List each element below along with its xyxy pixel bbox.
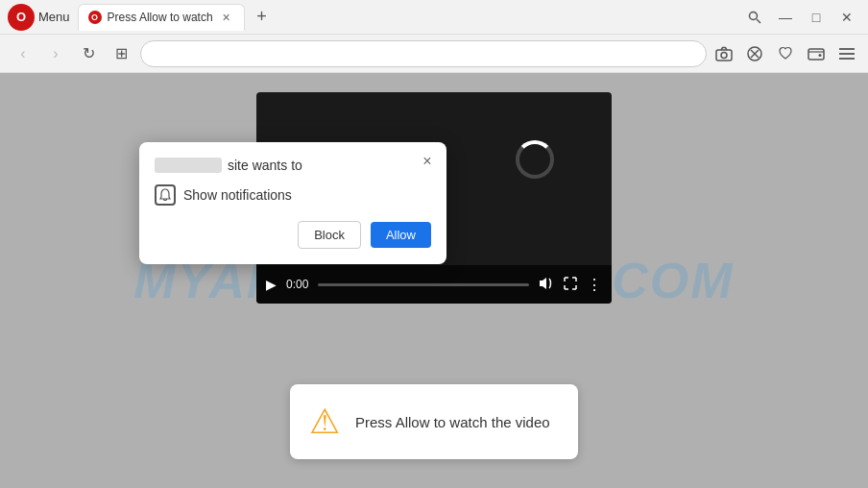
play-button[interactable]: ▶: [266, 277, 277, 292]
menu-label[interactable]: Menu: [38, 10, 70, 24]
new-tab-button[interactable]: +: [249, 4, 276, 31]
address-bar: ‹ › ↻ ⊞: [0, 35, 868, 73]
time-display: 0:00: [286, 278, 308, 291]
page-content: MYANTISPYWARE.COM ▶ 0:00: [0, 73, 868, 488]
dialog-permission-row: Show notifications: [155, 184, 431, 206]
wallet-icon: [808, 46, 825, 61]
camera-button[interactable]: [712, 42, 735, 65]
volume-button[interactable]: [539, 277, 554, 293]
bell-icon: [158, 188, 172, 202]
tabs-button[interactable]: ⊞: [108, 40, 134, 67]
reload-icon: ↻: [83, 44, 95, 62]
notification-dialog: × site wants to Show notifications Block…: [139, 142, 446, 264]
dialog-buttons: Block Allow: [155, 221, 431, 249]
close-icon: ✕: [841, 10, 853, 25]
svg-point-8: [819, 54, 822, 57]
dialog-site-text: site wants to: [228, 158, 302, 173]
dialog-site-favicon: [155, 158, 222, 173]
title-bar: O Menu O Press Allow to watch × + — □: [0, 0, 868, 35]
video-controls: ▶ 0:00 ⋮: [256, 265, 612, 304]
svg-rect-7: [808, 49, 824, 60]
close-window-button[interactable]: ✕: [833, 4, 860, 31]
forward-button[interactable]: ›: [42, 40, 69, 67]
back-icon: ‹: [20, 45, 25, 62]
svg-point-0: [750, 12, 758, 19]
maximize-button[interactable]: □: [803, 4, 830, 31]
allow-button[interactable]: Allow: [371, 222, 431, 248]
block-button[interactable]: Block: [298, 221, 361, 249]
back-button[interactable]: ‹: [10, 40, 36, 67]
svg-line-1: [757, 19, 760, 23]
svg-rect-2: [716, 50, 732, 61]
toolbar-icons: [712, 42, 858, 65]
reload-button[interactable]: ↻: [75, 40, 102, 67]
fullscreen-button[interactable]: [564, 277, 577, 293]
loading-spinner: [516, 140, 554, 179]
browser-frame: O Menu O Press Allow to watch × + — □: [0, 0, 868, 488]
menu-button[interactable]: [835, 42, 858, 65]
dialog-close-button[interactable]: ×: [418, 152, 437, 171]
tab-bar: O Press Allow to watch × +: [78, 4, 741, 31]
svg-point-3: [721, 52, 727, 58]
forward-icon: ›: [53, 45, 58, 62]
tab-close-button[interactable]: ×: [219, 10, 234, 25]
hamburger-icon: [839, 47, 855, 61]
heart-icon: [778, 46, 793, 61]
opera-logo[interactable]: O: [8, 4, 35, 31]
shield-icon: [747, 46, 762, 61]
fullscreen-icon: [564, 277, 577, 290]
camera-icon: [715, 46, 733, 61]
more-options-button[interactable]: ⋮: [587, 276, 602, 294]
notification-permission-icon: [155, 184, 176, 206]
tab-favicon: O: [88, 11, 102, 24]
heart-button[interactable]: [774, 42, 797, 65]
dialog-permission-text: Show notifications: [183, 187, 292, 203]
tab-title: Press Allow to watch: [108, 11, 213, 24]
minimize-button[interactable]: —: [772, 4, 799, 31]
active-tab[interactable]: O Press Allow to watch ×: [78, 4, 245, 31]
window-controls: — □ ✕: [741, 4, 860, 31]
warning-text: Press Allow to watch the video: [355, 412, 550, 432]
dialog-site-row: site wants to: [155, 158, 431, 173]
wallet-button[interactable]: [805, 42, 828, 65]
minimize-icon: —: [779, 10, 792, 25]
address-input[interactable]: [140, 40, 707, 67]
maximize-icon: □: [812, 10, 820, 25]
shield-button[interactable]: [743, 42, 766, 65]
volume-icon: [539, 277, 554, 290]
tabs-icon: ⊞: [115, 44, 128, 62]
warning-icon: ⚠: [309, 402, 340, 442]
search-button[interactable]: [741, 4, 768, 31]
progress-bar[interactable]: [318, 283, 529, 286]
warning-box: ⚠ Press Allow to watch the video: [290, 384, 578, 459]
search-icon: [748, 11, 761, 24]
